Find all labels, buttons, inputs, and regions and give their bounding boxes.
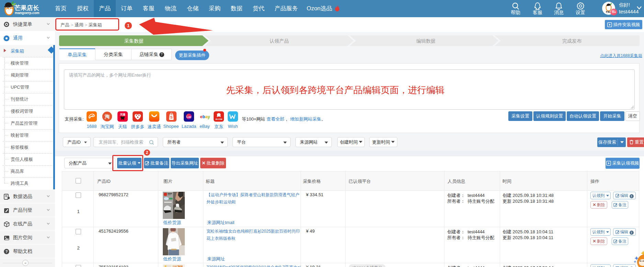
svg-text:JD.COM: JD.COM — [215, 118, 223, 120]
svg-text:?: ? — [5, 249, 8, 254]
svg-text:编辑数据: 编辑数据 — [416, 38, 436, 44]
svg-text:芒果店长: 芒果店长 — [14, 4, 39, 11]
svg-text:认领产品: 认领产品 — [269, 38, 289, 44]
svg-text:采集数据: 采集数据 — [124, 38, 144, 44]
svg-text:ebay: ebay — [200, 114, 210, 119]
svg-text:Laz: Laz — [187, 115, 191, 119]
svg-text:天猫: 天猫 — [120, 113, 126, 116]
svg-text:淘: 淘 — [104, 114, 110, 119]
svg-text:完成发布: 完成发布 — [562, 38, 582, 44]
svg-text:S: S — [170, 115, 172, 119]
svg-text:mangoerp.com: mangoerp.com — [15, 11, 39, 15]
svg-text:720°旋转: 720°旋转 — [172, 265, 183, 267]
